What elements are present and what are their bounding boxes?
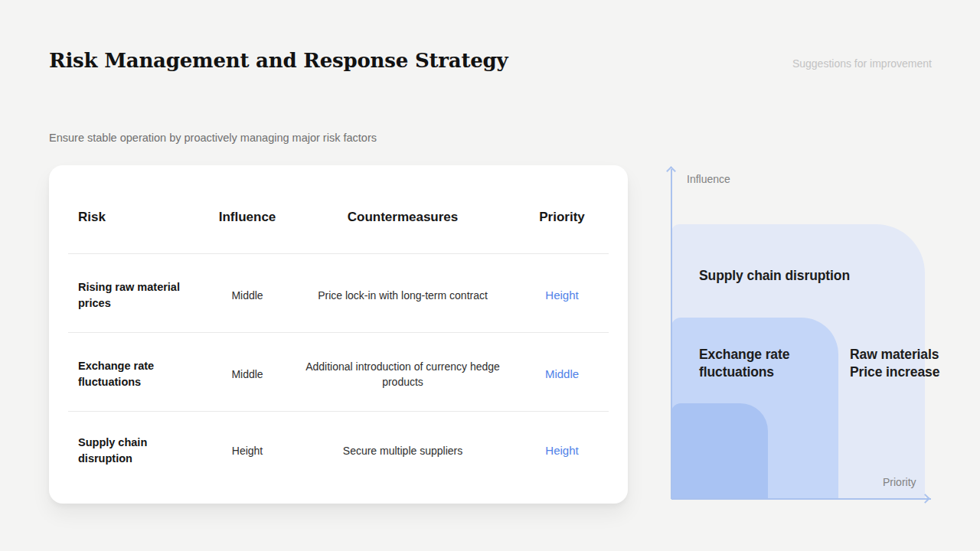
zone-label-exchange-rate: Exchange rate fluctuations <box>699 346 806 381</box>
x-axis-line <box>671 498 931 500</box>
risk-cell: Supply chain disruption <box>78 435 199 466</box>
column-header-priority: Priority <box>511 210 612 225</box>
table-header-row: Risk Influence Countermeasures Priority <box>49 165 628 253</box>
column-header-risk: Risk <box>78 210 201 225</box>
table-row: Exchange rate fluctuations Middle Additi… <box>49 333 628 411</box>
priority-cell: Height <box>511 442 612 459</box>
risk-cell: Rising raw material prices <box>78 279 199 311</box>
risk-cell: Exchange rate fluctuations <box>78 358 199 390</box>
page-title: Risk Management and Response Strategy <box>49 49 508 72</box>
influence-cell: Middle <box>201 367 294 382</box>
table-row: Supply chain disruption Height Secure mu… <box>49 412 628 504</box>
countermeasures-cell: Price lock-in with long-term contract <box>294 288 511 303</box>
chart-zone-small <box>671 403 768 499</box>
x-axis-label: Priority <box>883 476 916 488</box>
corner-note: Suggestions for improvement <box>792 57 932 70</box>
countermeasures-cell: Secure multiple suppliers <box>294 443 511 458</box>
table-row: Rising raw material prices Middle Price … <box>49 254 628 332</box>
influence-cell: Middle <box>201 288 294 303</box>
y-axis-arrow-icon <box>666 166 676 176</box>
zone-label-raw-materials: Raw materials Price increase <box>850 346 965 381</box>
zone-label-supply-chain: Supply chain disruption <box>699 267 850 285</box>
priority-cell: Height <box>511 287 612 304</box>
countermeasures-cell: Additional introduction of currency hedg… <box>294 359 511 390</box>
column-header-countermeasures: Countermeasures <box>294 210 511 225</box>
subtitle: Ensure stable operation by proactively m… <box>49 132 377 144</box>
column-header-influence: Influence <box>201 210 294 225</box>
risk-table-card: Risk Influence Countermeasures Priority … <box>49 165 628 504</box>
influence-cell: Height <box>201 443 294 458</box>
y-axis-line <box>671 169 672 499</box>
y-axis-label: Influence <box>687 173 730 185</box>
priority-cell: Middle <box>511 366 612 383</box>
